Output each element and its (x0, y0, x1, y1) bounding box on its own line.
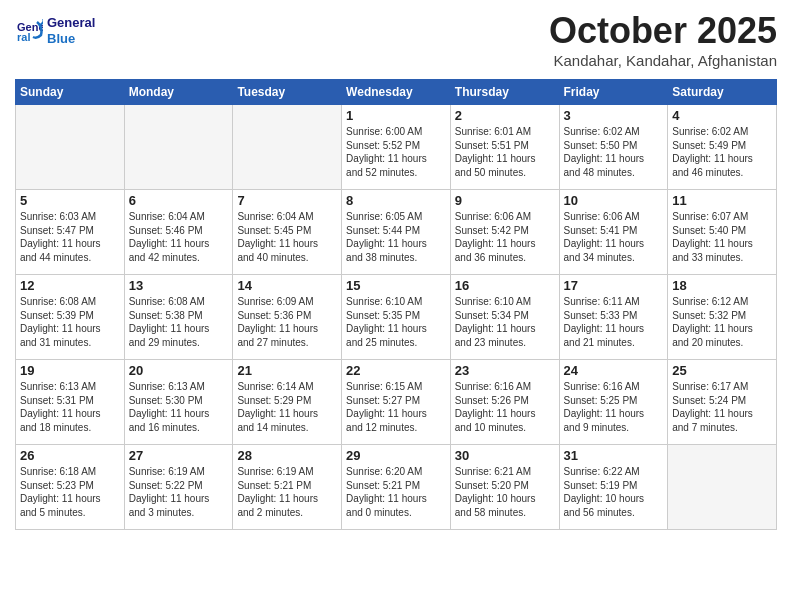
title-area: October 2025 Kandahar, Kandahar, Afghani… (549, 10, 777, 69)
day-info: Sunrise: 6:13 AM Sunset: 5:31 PM Dayligh… (20, 380, 120, 434)
calendar-cell: 8Sunrise: 6:05 AM Sunset: 5:44 PM Daylig… (342, 190, 451, 275)
week-row-2: 5Sunrise: 6:03 AM Sunset: 5:47 PM Daylig… (16, 190, 777, 275)
day-number: 5 (20, 193, 120, 208)
calendar-cell: 18Sunrise: 6:12 AM Sunset: 5:32 PM Dayli… (668, 275, 777, 360)
calendar-cell (16, 105, 125, 190)
day-info: Sunrise: 6:18 AM Sunset: 5:23 PM Dayligh… (20, 465, 120, 519)
day-info: Sunrise: 6:14 AM Sunset: 5:29 PM Dayligh… (237, 380, 337, 434)
day-number: 11 (672, 193, 772, 208)
day-number: 9 (455, 193, 555, 208)
calendar-cell: 17Sunrise: 6:11 AM Sunset: 5:33 PM Dayli… (559, 275, 668, 360)
weekday-header-row: SundayMondayTuesdayWednesdayThursdayFrid… (16, 80, 777, 105)
calendar-cell: 23Sunrise: 6:16 AM Sunset: 5:26 PM Dayli… (450, 360, 559, 445)
day-number: 1 (346, 108, 446, 123)
calendar-cell: 31Sunrise: 6:22 AM Sunset: 5:19 PM Dayli… (559, 445, 668, 530)
weekday-header-wednesday: Wednesday (342, 80, 451, 105)
calendar-cell: 6Sunrise: 6:04 AM Sunset: 5:46 PM Daylig… (124, 190, 233, 275)
day-info: Sunrise: 6:20 AM Sunset: 5:21 PM Dayligh… (346, 465, 446, 519)
weekday-header-friday: Friday (559, 80, 668, 105)
calendar-cell: 29Sunrise: 6:20 AM Sunset: 5:21 PM Dayli… (342, 445, 451, 530)
calendar-cell: 22Sunrise: 6:15 AM Sunset: 5:27 PM Dayli… (342, 360, 451, 445)
weekday-header-sunday: Sunday (16, 80, 125, 105)
svg-text:ral: ral (17, 31, 30, 43)
calendar-cell: 1Sunrise: 6:00 AM Sunset: 5:52 PM Daylig… (342, 105, 451, 190)
day-number: 26 (20, 448, 120, 463)
calendar-cell: 2Sunrise: 6:01 AM Sunset: 5:51 PM Daylig… (450, 105, 559, 190)
day-info: Sunrise: 6:13 AM Sunset: 5:30 PM Dayligh… (129, 380, 229, 434)
logo-line2: Blue (47, 31, 95, 47)
day-number: 2 (455, 108, 555, 123)
day-info: Sunrise: 6:00 AM Sunset: 5:52 PM Dayligh… (346, 125, 446, 179)
day-number: 30 (455, 448, 555, 463)
day-number: 13 (129, 278, 229, 293)
calendar-cell: 15Sunrise: 6:10 AM Sunset: 5:35 PM Dayli… (342, 275, 451, 360)
day-info: Sunrise: 6:10 AM Sunset: 5:35 PM Dayligh… (346, 295, 446, 349)
weekday-header-tuesday: Tuesday (233, 80, 342, 105)
calendar-cell: 7Sunrise: 6:04 AM Sunset: 5:45 PM Daylig… (233, 190, 342, 275)
day-info: Sunrise: 6:08 AM Sunset: 5:38 PM Dayligh… (129, 295, 229, 349)
day-number: 31 (564, 448, 664, 463)
calendar-cell: 28Sunrise: 6:19 AM Sunset: 5:21 PM Dayli… (233, 445, 342, 530)
calendar-cell: 21Sunrise: 6:14 AM Sunset: 5:29 PM Dayli… (233, 360, 342, 445)
day-info: Sunrise: 6:22 AM Sunset: 5:19 PM Dayligh… (564, 465, 664, 519)
calendar-cell: 27Sunrise: 6:19 AM Sunset: 5:22 PM Dayli… (124, 445, 233, 530)
calendar-cell: 26Sunrise: 6:18 AM Sunset: 5:23 PM Dayli… (16, 445, 125, 530)
day-info: Sunrise: 6:08 AM Sunset: 5:39 PM Dayligh… (20, 295, 120, 349)
day-number: 22 (346, 363, 446, 378)
logo: Gene ral General Blue (15, 15, 95, 46)
page-header: Gene ral General Blue October 2025 Kanda… (15, 10, 777, 69)
day-info: Sunrise: 6:10 AM Sunset: 5:34 PM Dayligh… (455, 295, 555, 349)
calendar-cell: 14Sunrise: 6:09 AM Sunset: 5:36 PM Dayli… (233, 275, 342, 360)
calendar-cell: 16Sunrise: 6:10 AM Sunset: 5:34 PM Dayli… (450, 275, 559, 360)
week-row-1: 1Sunrise: 6:00 AM Sunset: 5:52 PM Daylig… (16, 105, 777, 190)
day-info: Sunrise: 6:03 AM Sunset: 5:47 PM Dayligh… (20, 210, 120, 264)
calendar-cell (668, 445, 777, 530)
day-info: Sunrise: 6:09 AM Sunset: 5:36 PM Dayligh… (237, 295, 337, 349)
day-info: Sunrise: 6:17 AM Sunset: 5:24 PM Dayligh… (672, 380, 772, 434)
day-info: Sunrise: 6:04 AM Sunset: 5:46 PM Dayligh… (129, 210, 229, 264)
day-info: Sunrise: 6:02 AM Sunset: 5:50 PM Dayligh… (564, 125, 664, 179)
calendar-cell: 10Sunrise: 6:06 AM Sunset: 5:41 PM Dayli… (559, 190, 668, 275)
day-number: 16 (455, 278, 555, 293)
day-number: 24 (564, 363, 664, 378)
day-info: Sunrise: 6:06 AM Sunset: 5:42 PM Dayligh… (455, 210, 555, 264)
calendar-table: SundayMondayTuesdayWednesdayThursdayFrid… (15, 79, 777, 530)
calendar-cell: 30Sunrise: 6:21 AM Sunset: 5:20 PM Dayli… (450, 445, 559, 530)
day-number: 27 (129, 448, 229, 463)
day-info: Sunrise: 6:05 AM Sunset: 5:44 PM Dayligh… (346, 210, 446, 264)
day-number: 25 (672, 363, 772, 378)
day-number: 3 (564, 108, 664, 123)
week-row-5: 26Sunrise: 6:18 AM Sunset: 5:23 PM Dayli… (16, 445, 777, 530)
day-number: 6 (129, 193, 229, 208)
day-info: Sunrise: 6:02 AM Sunset: 5:49 PM Dayligh… (672, 125, 772, 179)
day-info: Sunrise: 6:07 AM Sunset: 5:40 PM Dayligh… (672, 210, 772, 264)
day-number: 23 (455, 363, 555, 378)
day-info: Sunrise: 6:12 AM Sunset: 5:32 PM Dayligh… (672, 295, 772, 349)
week-row-4: 19Sunrise: 6:13 AM Sunset: 5:31 PM Dayli… (16, 360, 777, 445)
calendar-cell: 11Sunrise: 6:07 AM Sunset: 5:40 PM Dayli… (668, 190, 777, 275)
location: Kandahar, Kandahar, Afghanistan (549, 52, 777, 69)
calendar-cell: 3Sunrise: 6:02 AM Sunset: 5:50 PM Daylig… (559, 105, 668, 190)
weekday-header-saturday: Saturday (668, 80, 777, 105)
calendar-cell (124, 105, 233, 190)
day-info: Sunrise: 6:16 AM Sunset: 5:26 PM Dayligh… (455, 380, 555, 434)
day-number: 19 (20, 363, 120, 378)
day-info: Sunrise: 6:16 AM Sunset: 5:25 PM Dayligh… (564, 380, 664, 434)
day-number: 12 (20, 278, 120, 293)
day-number: 10 (564, 193, 664, 208)
calendar-cell: 5Sunrise: 6:03 AM Sunset: 5:47 PM Daylig… (16, 190, 125, 275)
calendar-cell: 4Sunrise: 6:02 AM Sunset: 5:49 PM Daylig… (668, 105, 777, 190)
day-number: 29 (346, 448, 446, 463)
day-number: 4 (672, 108, 772, 123)
day-info: Sunrise: 6:19 AM Sunset: 5:22 PM Dayligh… (129, 465, 229, 519)
day-number: 8 (346, 193, 446, 208)
day-info: Sunrise: 6:01 AM Sunset: 5:51 PM Dayligh… (455, 125, 555, 179)
day-info: Sunrise: 6:06 AM Sunset: 5:41 PM Dayligh… (564, 210, 664, 264)
day-number: 14 (237, 278, 337, 293)
logo-line1: General (47, 15, 95, 31)
weekday-header-thursday: Thursday (450, 80, 559, 105)
day-number: 28 (237, 448, 337, 463)
weekday-header-monday: Monday (124, 80, 233, 105)
calendar-cell: 13Sunrise: 6:08 AM Sunset: 5:38 PM Dayli… (124, 275, 233, 360)
day-number: 18 (672, 278, 772, 293)
